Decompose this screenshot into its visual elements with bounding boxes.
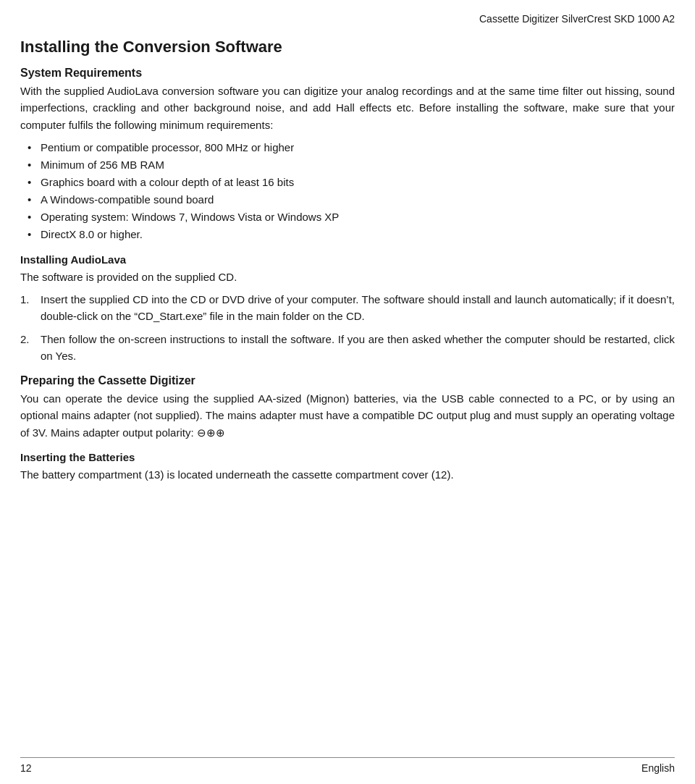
step-text: Insert the supplied CD into the CD or DV… bbox=[41, 293, 675, 322]
page-number: 12 bbox=[20, 762, 32, 774]
page: Cassette Digitizer SilverCrest SKD 1000 … bbox=[0, 0, 695, 784]
list-item: 2. Then follow the on-screen instruction… bbox=[20, 331, 675, 365]
system-requirements-heading: System Requirements bbox=[20, 67, 675, 80]
inserting-batteries-heading: Inserting the Batteries bbox=[20, 451, 675, 463]
page-header: Cassette Digitizer SilverCrest SKD 1000 … bbox=[20, 13, 675, 25]
list-item: Pentium or compatible processor, 800 MHz… bbox=[20, 139, 675, 156]
list-item: Operating system: Windows 7, Windows Vis… bbox=[20, 208, 675, 226]
inserting-batteries-text: The battery compartment (13) is located … bbox=[20, 466, 675, 483]
preparing-text: You can operate the device using the sup… bbox=[20, 390, 675, 441]
step-number: 2. bbox=[20, 331, 30, 347]
system-requirements-intro: With the supplied AudioLava conversion s… bbox=[20, 83, 675, 133]
header-title: Cassette Digitizer SilverCrest SKD 1000 … bbox=[479, 13, 675, 25]
system-requirements-list: Pentium or compatible processor, 800 MHz… bbox=[20, 139, 675, 243]
preparing-text-content: You can operate the device using the sup… bbox=[20, 392, 675, 439]
list-item: 1. Insert the supplied CD into the CD or… bbox=[20, 291, 675, 325]
page-footer: 12 English bbox=[20, 757, 675, 774]
list-item: Graphics board with a colour depth of at… bbox=[20, 174, 675, 191]
installing-audiolava-intro: The software is provided on the supplied… bbox=[20, 269, 675, 285]
list-item: Minimum of 256 MB RAM bbox=[20, 156, 675, 174]
preparing-heading: Preparing the Cassette Digitizer bbox=[20, 374, 675, 387]
list-item: A Windows-compatible sound board bbox=[20, 191, 675, 208]
installing-audiolava-heading: Installing AudioLava bbox=[20, 253, 675, 266]
list-item: DirectX 8.0 or higher. bbox=[20, 226, 675, 243]
main-heading: Installing the Conversion Software bbox=[20, 38, 675, 56]
language: English bbox=[641, 762, 675, 774]
step-text: Then follow the on-screen instructions t… bbox=[41, 333, 675, 362]
install-steps: 1. Insert the supplied CD into the CD or… bbox=[20, 291, 675, 364]
step-number: 1. bbox=[20, 291, 30, 308]
